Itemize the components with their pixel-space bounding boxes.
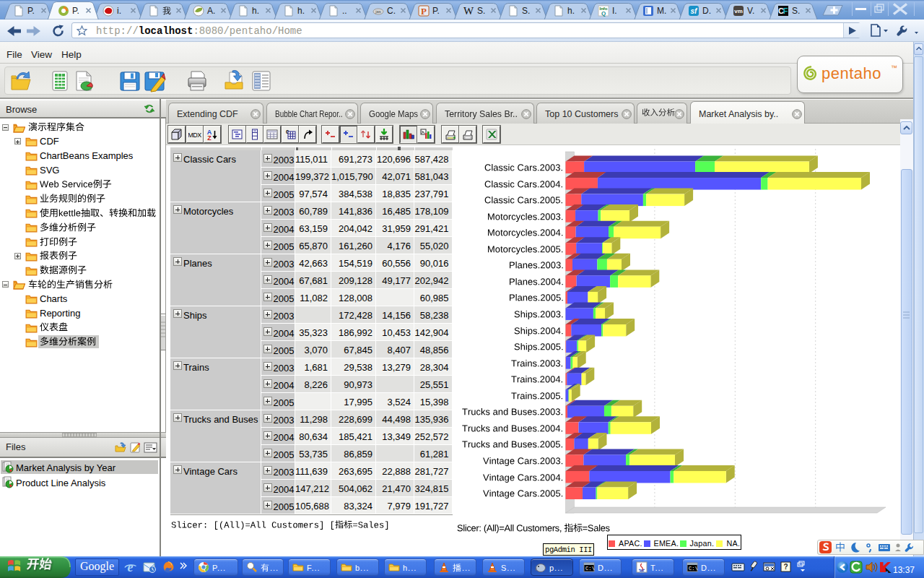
svg-text:pentaho: pentaho [821,64,881,82]
svg-text:F: F [783,7,788,15]
svg-text:C:\: C:\ [689,566,698,571]
svg-text:P: P [421,6,427,17]
svg-text:MDX: MDX [188,131,201,139]
svg-text:C:\: C:\ [585,566,595,571]
svg-text:vm: vm [734,8,743,14]
svg-text:W: W [463,5,474,17]
svg-text:jas: jas [375,9,381,14]
svg-text:e: e [128,561,134,574]
svg-text:Q: Q [601,10,606,17]
svg-text:Z: Z [207,134,212,141]
svg-text:™: ™ [891,64,897,72]
svg-text:?: ? [783,563,788,571]
